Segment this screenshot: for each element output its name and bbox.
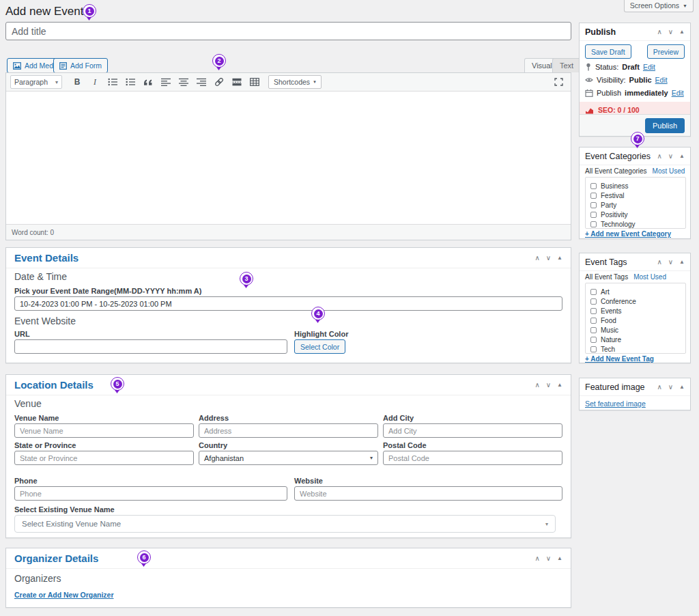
blockquote-button[interactable] bbox=[140, 75, 156, 89]
align-center-button[interactable] bbox=[175, 75, 192, 89]
checkbox-item[interactable]: Positivity bbox=[590, 210, 681, 219]
shortcodes-button[interactable]: Shortcodes ▾ bbox=[268, 75, 322, 89]
select-color-button[interactable]: Select Color bbox=[294, 339, 345, 354]
featured-image-header: Featured image ∧ ∨ ▲ bbox=[580, 378, 690, 396]
move-up-icon[interactable]: ∧ bbox=[534, 382, 539, 389]
checkbox-icon[interactable] bbox=[590, 202, 597, 208]
checkbox-item[interactable]: Music bbox=[590, 325, 681, 335]
checkbox-icon[interactable] bbox=[590, 327, 597, 333]
preview-button[interactable]: Preview bbox=[647, 44, 685, 59]
collapse-toggle-icon[interactable]: ▲ bbox=[679, 384, 685, 390]
checkbox-item[interactable]: Business bbox=[590, 181, 681, 191]
move-down-icon[interactable]: ∨ bbox=[668, 29, 673, 36]
url-label: URL bbox=[14, 330, 30, 338]
checkbox-icon[interactable] bbox=[590, 298, 597, 305]
move-down-icon[interactable]: ∨ bbox=[668, 259, 673, 266]
move-up-icon[interactable]: ∧ bbox=[534, 555, 539, 562]
add-tag-link[interactable]: + Add New Event Tag bbox=[585, 355, 654, 363]
move-down-icon[interactable]: ∨ bbox=[668, 153, 673, 160]
blockquote-icon bbox=[143, 79, 153, 86]
event-url-input[interactable] bbox=[14, 339, 287, 354]
move-up-icon[interactable]: ∧ bbox=[657, 29, 661, 36]
checkbox-label: Positivity bbox=[601, 211, 627, 219]
tab-most-used-tags[interactable]: Most Used bbox=[633, 273, 666, 281]
tab-all-tags[interactable]: All Event Tags bbox=[585, 273, 628, 281]
tab-most-used-categories[interactable]: Most Used bbox=[653, 167, 685, 175]
checkbox-icon[interactable] bbox=[590, 289, 597, 295]
move-down-icon[interactable]: ∨ bbox=[546, 555, 551, 562]
checkbox-item[interactable]: Nature bbox=[590, 335, 681, 344]
paragraph-format-select[interactable]: Paragraph ▾ bbox=[10, 75, 62, 89]
postal-code-input[interactable] bbox=[383, 451, 562, 465]
address-input[interactable] bbox=[199, 423, 378, 438]
fullscreen-button[interactable] bbox=[550, 75, 567, 89]
collapse-toggle-icon[interactable]: ▲ bbox=[679, 29, 685, 35]
publish-header: Publish ∧ ∨ ▲ bbox=[580, 23, 690, 41]
checkbox-item[interactable]: Festival bbox=[590, 191, 681, 200]
checkbox-item[interactable]: Tech bbox=[590, 344, 681, 354]
bold-button[interactable]: B bbox=[69, 75, 85, 89]
table-button[interactable] bbox=[246, 75, 263, 89]
checkbox-icon[interactable] bbox=[590, 337, 597, 343]
checkbox-item[interactable]: Technology bbox=[590, 219, 681, 229]
italic-button[interactable]: I bbox=[87, 75, 103, 89]
screen-options-button[interactable]: Screen Options ▼ bbox=[624, 0, 694, 12]
tab-all-categories[interactable]: All Event Categories bbox=[585, 167, 647, 175]
align-left-button[interactable] bbox=[158, 75, 174, 89]
date-range-label: Pick your Event Date Range(MM-DD-YYYY hh… bbox=[14, 287, 201, 295]
collapse-toggle-icon[interactable]: ▲ bbox=[557, 255, 562, 261]
collapse-toggle-icon[interactable]: ▲ bbox=[679, 260, 685, 265]
venue-website-input[interactable] bbox=[294, 486, 562, 501]
venue-name-input[interactable] bbox=[14, 423, 194, 438]
checkbox-label: Music bbox=[601, 326, 618, 334]
collapse-toggle-icon[interactable]: ▲ bbox=[679, 154, 685, 159]
existing-venue-select[interactable]: Select Existing Venue Name ▾ bbox=[14, 515, 556, 533]
collapse-toggle-icon[interactable]: ▲ bbox=[557, 382, 562, 388]
visibility-label: Visibility: bbox=[597, 76, 626, 84]
add-form-button[interactable]: Add Form bbox=[53, 58, 108, 73]
move-up-icon[interactable]: ∧ bbox=[657, 259, 661, 266]
checkbox-icon[interactable] bbox=[590, 183, 597, 189]
move-up-icon[interactable]: ∧ bbox=[657, 153, 661, 160]
checkbox-icon[interactable] bbox=[590, 308, 597, 314]
checkbox-item[interactable]: Events bbox=[590, 306, 681, 316]
tab-text[interactable]: Text bbox=[552, 58, 581, 72]
more-tag-button[interactable] bbox=[229, 75, 245, 89]
city-input[interactable] bbox=[383, 423, 562, 438]
event-tags-panel: Event Tags ∧ ∨ ▲ All Event Tags Most Use… bbox=[579, 253, 691, 363]
numbered-list-button[interactable] bbox=[122, 75, 139, 89]
save-draft-button[interactable]: Save Draft bbox=[585, 44, 631, 59]
date-range-input[interactable] bbox=[14, 296, 562, 311]
checkbox-item[interactable]: Art bbox=[590, 287, 681, 296]
move-down-icon[interactable]: ∨ bbox=[668, 384, 673, 391]
state-input[interactable] bbox=[14, 451, 194, 465]
move-up-icon[interactable]: ∧ bbox=[534, 255, 539, 262]
move-down-icon[interactable]: ∨ bbox=[546, 382, 551, 389]
checkbox-icon[interactable] bbox=[590, 346, 597, 352]
checkbox-item[interactable]: Party bbox=[590, 200, 681, 210]
schedule-edit-link[interactable]: Edit bbox=[672, 89, 684, 97]
venue-name-label: Venue Name bbox=[14, 414, 59, 422]
event-title-input[interactable] bbox=[5, 22, 571, 40]
set-featured-image-link[interactable]: Set featured image bbox=[585, 400, 646, 408]
link-button[interactable] bbox=[211, 75, 227, 89]
country-select[interactable]: Afghanistan ▾ bbox=[199, 451, 378, 465]
checkbox-icon[interactable] bbox=[590, 221, 597, 227]
checkbox-icon[interactable] bbox=[590, 212, 597, 218]
publish-button[interactable]: Publish bbox=[645, 118, 685, 133]
checkbox-item[interactable]: Conference bbox=[590, 296, 681, 306]
add-category-link[interactable]: + Add new Event Category bbox=[585, 230, 671, 238]
editor-content-area[interactable] bbox=[6, 92, 571, 224]
checkbox-icon[interactable] bbox=[590, 318, 597, 324]
checkbox-item[interactable]: Food bbox=[590, 316, 681, 325]
collapse-toggle-icon[interactable]: ▲ bbox=[557, 556, 562, 561]
move-up-icon[interactable]: ∧ bbox=[657, 384, 661, 391]
status-edit-link[interactable]: Edit bbox=[643, 63, 655, 71]
visibility-edit-link[interactable]: Edit bbox=[655, 76, 668, 84]
bullet-list-button[interactable] bbox=[104, 75, 121, 89]
checkbox-icon[interactable] bbox=[590, 193, 597, 199]
align-right-button[interactable] bbox=[193, 75, 210, 89]
phone-input[interactable] bbox=[14, 486, 287, 501]
create-organizer-link[interactable]: Create or Add New Organizer bbox=[14, 591, 113, 599]
move-down-icon[interactable]: ∨ bbox=[546, 255, 551, 262]
